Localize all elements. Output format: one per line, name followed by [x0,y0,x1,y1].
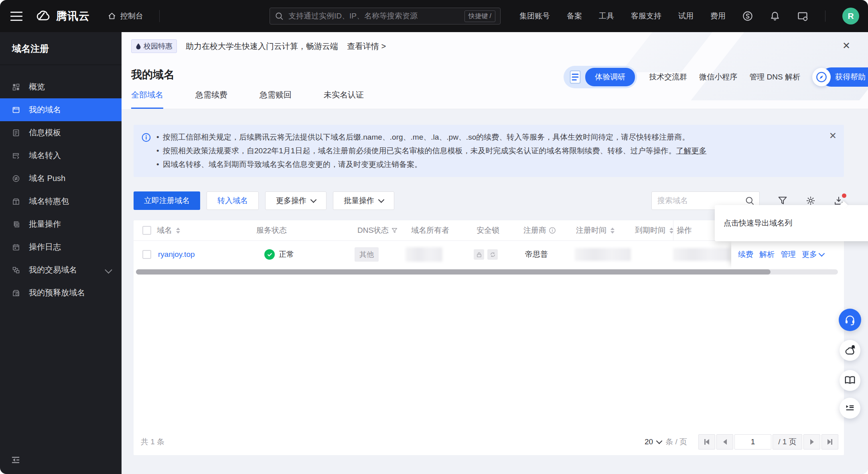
topbar-right: 集团账号 备案 工具 客服支持 试用 费用 R [519,0,868,32]
gear-icon[interactable] [805,195,816,206]
tab-unverified[interactable]: 未实名认证 [324,90,364,109]
dns-resolve-link[interactable]: 解析 [759,249,775,260]
menu-billing[interactable]: 费用 [710,11,726,21]
manage-dns-link[interactable]: 管理 DNS 解析 [749,72,800,82]
banner-close-icon[interactable]: ✕ [842,41,850,51]
wechat-miniprogram-link[interactable]: 微信小程序 [699,72,737,82]
last-page-button[interactable] [821,434,838,450]
register-domain-button[interactable]: 立即注册域名 [134,191,200,210]
page-size-select[interactable]: 20 [645,437,661,446]
menu-group-account[interactable]: 集团账号 [519,11,550,21]
push-arrows-icon [12,175,20,183]
survey-button[interactable]: 体验调研 [564,66,637,88]
tencent-cloud-logo[interactable]: 腾讯云 [34,9,90,23]
renew-link[interactable]: 续费 [738,249,753,260]
sidebar-item-domain-package[interactable]: 域名特惠包 [0,190,122,213]
page-header-section: 校园特惠 助力在校大学生快速入门云计算，畅游云端 查看详情 > ✕ 我的域名 体… [122,32,868,109]
row-checkbox[interactable] [142,240,151,269]
learn-more-link[interactable]: 了解更多 [676,146,706,155]
domain-table-card: 域名 服务状态 DNS状态 域名所有者 安全锁 注册商 注册时间 到期时间 操作 [134,220,844,455]
total-pages: / 1 页 [773,434,802,450]
sidebar-item-transfer-in[interactable]: 域名转入 [0,144,122,167]
select-all-checkbox[interactable] [142,220,151,240]
sort-icon[interactable] [610,228,614,234]
transfer-in-icon [12,152,20,160]
more-dropdown[interactable]: 更多 [802,249,824,260]
collapse-sidebar-icon[interactable] [10,455,21,467]
main-area: 校园特惠 助力在校大学生快速入门云计算，畅游云端 查看详情 > ✕ 我的域名 体… [122,32,868,474]
sidebar-item-domain-push[interactable]: 域名 Push [0,167,122,190]
domain-search-input[interactable] [657,196,745,205]
notice-item: 因域名转移、域名到期而导致域名实名信息变更的，请及时变更或注销备案。 [156,158,706,171]
col-owner: 域名所有者 [411,220,449,240]
sort-icon[interactable] [176,228,180,234]
sidebar-item-prerelease-domains[interactable]: 我的预释放域名 [0,281,122,304]
ticket-icon[interactable] [742,11,753,21]
col-dns-status: DNS状态 [357,220,398,240]
tab-all-domains[interactable]: 全部域名 [131,90,163,109]
transfer-lock-icon[interactable] [487,249,498,260]
menu-icp[interactable]: 备案 [567,11,582,21]
first-page-button[interactable] [698,434,715,450]
col-registrar: 注册商 [523,220,556,240]
filter-icon[interactable] [391,227,398,234]
global-search-input[interactable] [288,11,464,21]
headset-icon [844,314,856,326]
avatar[interactable]: R [842,8,859,24]
col-actions: 操作 [677,220,692,240]
next-page-button[interactable] [803,434,820,450]
promo-details-link[interactable]: 查看详情 > [347,41,386,52]
home-icon [107,12,116,20]
notice-item: 按照相关政策法规要求，自2022年1月1日起，域名注册前必须使用已实名审核的信息… [156,144,706,158]
transfer-domain-button[interactable]: 转入域名 [207,191,259,210]
sidebar-item-my-domains[interactable]: 我的域名 [0,98,122,121]
sidebar-item-batch-operations[interactable]: 批量操作 [0,213,122,236]
service-status: 正常 [264,240,294,269]
get-help-button[interactable]: 获得帮助 [812,67,868,87]
tab-bar: 全部域名 急需续费 急需赎回 未实名认证 [131,90,868,109]
info-icon[interactable] [549,227,556,234]
tab-renew-soon[interactable]: 急需续费 [195,90,227,109]
notice-close-icon[interactable]: ✕ [829,131,837,140]
horizontal-scrollbar[interactable] [136,269,838,275]
feedback-button[interactable] [840,398,860,419]
title-row: 我的域名 [131,67,174,82]
documentation-button[interactable] [840,370,860,391]
hamburger-menu-icon[interactable] [10,12,22,21]
chevron-down-icon [105,266,112,273]
customer-service-button[interactable] [839,309,861,331]
more-operations-dropdown[interactable]: 更多操作 [265,191,327,210]
notification-bell-icon[interactable] [770,11,780,21]
tech-group-link[interactable]: 技术交流群 [649,72,687,82]
update-lock-icon[interactable] [474,249,484,260]
notice-list: 按照工信部相关规定，后续腾讯云将无法提供以下域名后缀.name、.org、.me… [156,130,706,171]
sidebar-item-label: 域名 Push [29,173,65,184]
sidebar-item-info-template[interactable]: 信息模板 [0,121,122,144]
sidebar-item-overview[interactable]: 概览 [0,75,122,98]
grid-icon [12,83,20,91]
tab-redeem-soon[interactable]: 急需赎回 [260,90,292,109]
document-icon [12,129,20,137]
menu-tools[interactable]: 工具 [599,11,614,21]
page-title: 我的域名 [131,69,174,81]
prev-page-button[interactable] [716,434,733,450]
domain-link[interactable]: ryanjoy.top [158,240,195,269]
sidebar-item-label: 批量操作 [29,219,61,230]
pagination: 共 1 条 20 条 / 页 / 1 页 [134,429,844,455]
promo-banner: 校园特惠 助力在校大学生快速入门云计算，畅游云端 查看详情 > ✕ [122,32,868,60]
menu-trial[interactable]: 试用 [678,11,694,21]
current-page-input[interactable] [734,434,771,450]
announcement-button[interactable] [840,340,860,361]
scrollbar-thumb[interactable] [136,269,771,275]
brand-name: 腾讯云 [56,9,90,23]
console-settings-icon[interactable] [797,10,808,22]
console-link[interactable]: 控制台 [107,11,143,21]
global-search[interactable]: 快捷键 / [270,8,501,24]
promo-text: 助力在校大学生快速入门云计算，畅游云端 [186,41,338,52]
manage-link[interactable]: 管理 [781,249,796,260]
batch-operations-dropdown[interactable]: 批量操作 [333,191,394,210]
filter-icon[interactable] [777,195,788,206]
sidebar-item-trade-domains[interactable]: 我的交易域名 [0,258,122,281]
sidebar-item-operation-logs[interactable]: 操作日志 [0,236,122,258]
menu-support[interactable]: 客服支持 [631,11,661,21]
